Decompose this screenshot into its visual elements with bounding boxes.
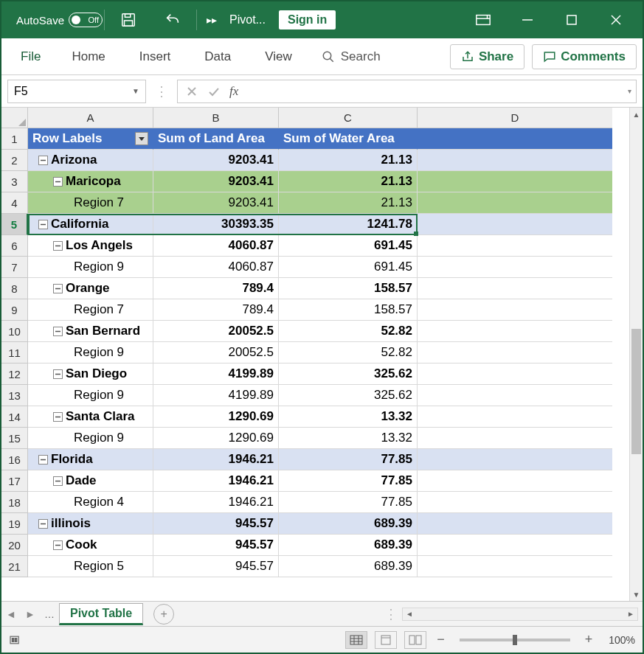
- cell[interactable]: 20052.5: [153, 342, 279, 363]
- formula-input[interactable]: [243, 80, 623, 102]
- cell[interactable]: [418, 470, 612, 492]
- cell[interactable]: [418, 449, 612, 470]
- cell[interactable]: 158.57: [279, 278, 418, 299]
- cell[interactable]: illinois: [28, 513, 153, 535]
- cell[interactable]: [418, 513, 612, 535]
- vertical-scrollbar[interactable]: ▲ ▼: [629, 108, 643, 601]
- cancel-formula-icon[interactable]: [181, 80, 203, 103]
- cell[interactable]: 945.57: [153, 556, 279, 577]
- cell[interactable]: [418, 556, 612, 577]
- collapse-icon[interactable]: [53, 369, 63, 379]
- collapse-icon[interactable]: [53, 241, 63, 251]
- cell[interactable]: Santa Clara: [28, 406, 153, 428]
- cell[interactable]: Orange: [28, 278, 153, 299]
- cell[interactable]: Region 4: [28, 492, 153, 513]
- cell[interactable]: [418, 492, 612, 513]
- cell[interactable]: 4199.89: [153, 385, 279, 406]
- cell[interactable]: 1946.21: [153, 449, 279, 470]
- pivot-header-cell[interactable]: Row Labels: [28, 128, 153, 150]
- fx-label[interactable]: fx: [229, 84, 238, 99]
- cell[interactable]: 1946.21: [153, 470, 279, 492]
- row-header[interactable]: 17: [1, 470, 28, 492]
- autosave-toggle[interactable]: AutoSave Off: [16, 13, 103, 27]
- sheet-prev-icon[interactable]: ◄: [1, 608, 21, 620]
- cell[interactable]: 20052.5: [153, 321, 279, 342]
- cell[interactable]: 691.45: [279, 257, 418, 278]
- cell[interactable]: 1241.78: [279, 214, 418, 235]
- cell[interactable]: 1946.21: [153, 492, 279, 513]
- collapse-icon[interactable]: [53, 284, 63, 293]
- cell[interactable]: 689.39: [279, 513, 418, 535]
- col-header-a[interactable]: A: [28, 108, 153, 128]
- comments-button[interactable]: Comments: [532, 44, 637, 69]
- cell[interactable]: San Diego: [28, 363, 153, 385]
- chevron-down-icon[interactable]: ▾: [623, 87, 636, 95]
- cell[interactable]: Region 9: [28, 342, 153, 363]
- row-header[interactable]: 1: [1, 128, 28, 150]
- save-icon[interactable]: [106, 12, 150, 28]
- row-header[interactable]: 16: [1, 449, 28, 470]
- maximize-icon[interactable]: [550, 15, 594, 25]
- pivot-header-cell[interactable]: Sum of Water Area: [279, 128, 418, 150]
- name-box[interactable]: F5 ▼: [7, 80, 146, 103]
- cell[interactable]: 689.39: [279, 556, 418, 577]
- row-header[interactable]: 20: [1, 535, 28, 556]
- cell[interactable]: 945.57: [153, 535, 279, 556]
- cell[interactable]: [418, 535, 612, 556]
- macro-record-icon[interactable]: [9, 634, 24, 646]
- pivot-header-cell[interactable]: Sum of Land Area: [153, 128, 279, 150]
- row-header[interactable]: 13: [1, 385, 28, 406]
- zoom-slider[interactable]: [460, 639, 570, 641]
- cell[interactable]: [418, 150, 612, 171]
- cell[interactable]: [418, 171, 612, 192]
- collapse-icon[interactable]: [53, 412, 63, 422]
- tab-home[interactable]: Home: [55, 44, 121, 70]
- ribbon-mode-icon[interactable]: [461, 13, 505, 27]
- close-icon[interactable]: [594, 14, 638, 26]
- row-header[interactable]: 15: [1, 428, 28, 449]
- minimize-icon[interactable]: [505, 14, 550, 26]
- cell[interactable]: 77.85: [279, 492, 418, 513]
- cell[interactable]: [418, 385, 612, 406]
- add-sheet-button[interactable]: +: [153, 604, 174, 625]
- search-box[interactable]: Search: [310, 44, 392, 70]
- row-header[interactable]: 11: [1, 342, 28, 363]
- col-header-b[interactable]: B: [153, 108, 279, 128]
- cell[interactable]: [418, 257, 612, 278]
- undo-icon[interactable]: [150, 12, 195, 28]
- collapse-icon[interactable]: [38, 220, 48, 229]
- cell[interactable]: 325.62: [279, 363, 418, 385]
- cell[interactable]: Region 5: [28, 556, 153, 577]
- cell[interactable]: Los Angels: [28, 235, 153, 257]
- sheet-next-icon[interactable]: ►: [21, 608, 40, 620]
- file-tab[interactable]: File: [7, 44, 54, 70]
- cell[interactable]: [418, 192, 612, 214]
- row-header[interactable]: 4: [1, 192, 28, 214]
- row-header[interactable]: 9: [1, 299, 28, 321]
- cell[interactable]: 9203.41: [153, 150, 279, 171]
- cell[interactable]: 52.82: [279, 321, 418, 342]
- cell[interactable]: 1290.69: [153, 406, 279, 428]
- horizontal-scrollbar[interactable]: ◄ ►: [402, 608, 638, 621]
- cell[interactable]: Dade: [28, 470, 153, 492]
- cell[interactable]: Region 7: [28, 299, 153, 321]
- cell[interactable]: [418, 128, 612, 150]
- overflow-icon[interactable]: ▸▸: [198, 14, 225, 26]
- collapse-icon[interactable]: [53, 476, 63, 486]
- cell[interactable]: 77.85: [279, 449, 418, 470]
- cell[interactable]: Region 7: [28, 192, 153, 214]
- col-header-d[interactable]: D: [418, 108, 612, 128]
- cell[interactable]: 13.32: [279, 428, 418, 449]
- cell[interactable]: Region 9: [28, 257, 153, 278]
- row-header[interactable]: 3: [1, 171, 28, 192]
- cell[interactable]: [418, 406, 612, 428]
- share-button[interactable]: Share: [450, 44, 524, 69]
- cell[interactable]: [418, 342, 612, 363]
- scroll-up-icon[interactable]: ▲: [630, 108, 643, 121]
- tab-view[interactable]: View: [249, 44, 308, 70]
- row-header[interactable]: 7: [1, 257, 28, 278]
- cell[interactable]: 4060.87: [153, 235, 279, 257]
- cell[interactable]: 325.62: [279, 385, 418, 406]
- cell[interactable]: California: [28, 214, 153, 235]
- filter-dropdown-icon[interactable]: [135, 132, 148, 145]
